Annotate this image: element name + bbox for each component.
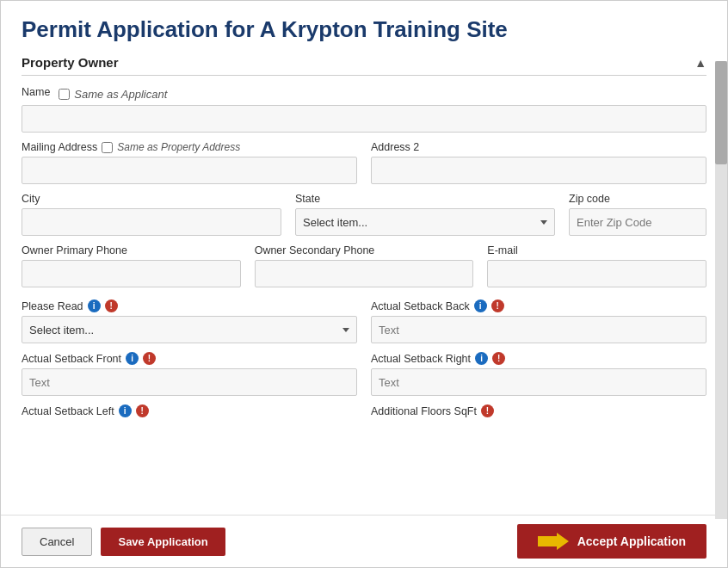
save-application-button[interactable]: Save Application xyxy=(101,528,225,556)
state-label: State xyxy=(295,193,555,205)
setback-right-label: Actual Setback Right xyxy=(371,353,471,365)
footer-left-buttons: Cancel Save Application xyxy=(22,528,225,556)
setback-front-group: Actual Setback Front i ! xyxy=(22,352,357,396)
setback-right-input[interactable] xyxy=(371,368,706,396)
setback-left-floors-row: Actual Setback Left i ! Additional Floor… xyxy=(22,404,706,421)
additional-floors-label-row: Additional Floors SqFt ! xyxy=(371,404,706,417)
section-title: Property Owner xyxy=(22,55,119,70)
scrollbar-thumb[interactable] xyxy=(715,61,727,164)
please-read-group: Please Read i ! Select item... xyxy=(22,299,357,343)
setback-left-label-row: Actual Setback Left i ! xyxy=(22,404,357,417)
setback-front-label-row: Actual Setback Front i ! xyxy=(22,352,357,365)
state-select[interactable]: Select item... xyxy=(295,208,555,236)
setback-back-info-icon[interactable]: i xyxy=(474,299,487,312)
section-header: Property Owner ▲ xyxy=(22,55,706,76)
setback-left-group: Actual Setback Left i ! xyxy=(22,404,357,421)
additional-floors-label: Additional Floors SqFt xyxy=(371,405,477,417)
please-read-setback-back-row: Please Read i ! Select item... Actual Se… xyxy=(22,299,706,343)
mailing-address-label: Mailing Address xyxy=(22,141,97,153)
setback-back-label-row: Actual Setback Back i ! xyxy=(371,299,706,312)
zip-input[interactable] xyxy=(569,208,706,236)
setback-right-info-icon[interactable]: i xyxy=(475,352,488,365)
form-body: Name Same as Applicant Mailing Address xyxy=(22,86,706,506)
state-group: State Select item... xyxy=(295,193,555,236)
please-read-label: Please Read xyxy=(22,300,83,312)
arrow-svg xyxy=(538,533,569,550)
same-as-applicant-checkbox[interactable] xyxy=(59,89,70,100)
setback-back-required-icon[interactable]: ! xyxy=(491,299,504,312)
cancel-button[interactable]: Cancel xyxy=(22,528,92,556)
phone-email-row: Owner Primary Phone Owner Secondary Phon… xyxy=(22,244,706,287)
email-label: E-mail xyxy=(487,244,706,256)
name-row: Name Same as Applicant xyxy=(22,86,706,133)
main-content: Permit Application for A Krypton Trainin… xyxy=(1,1,727,515)
setback-right-group: Actual Setback Right i ! xyxy=(371,352,706,396)
page-container: Permit Application for A Krypton Trainin… xyxy=(0,0,728,568)
setback-left-info-icon[interactable]: i xyxy=(119,404,132,417)
additional-floors-required-icon[interactable]: ! xyxy=(481,404,494,417)
same-as-applicant-checkbox-label[interactable]: Same as Applicant xyxy=(59,88,167,101)
setback-front-right-row: Actual Setback Front i ! Actual Setback … xyxy=(22,352,706,396)
address2-input[interactable] xyxy=(371,157,706,184)
setback-right-label-row: Actual Setback Right i ! xyxy=(371,352,706,365)
mailing-address-input[interactable] xyxy=(22,157,357,184)
accept-application-button[interactable]: Accept Application xyxy=(517,524,706,559)
same-as-property-address-label[interactable]: Same as Property Address xyxy=(102,141,240,153)
same-as-property-address-text: Same as Property Address xyxy=(117,141,240,153)
scrollbar[interactable] xyxy=(715,61,727,519)
mailing-address-label-row: Mailing Address Same as Property Address xyxy=(22,141,357,153)
secondary-phone-label: Owner Secondary Phone xyxy=(255,244,474,256)
name-label-row: Name Same as Applicant xyxy=(22,86,706,102)
setback-front-input[interactable] xyxy=(22,368,357,396)
mailing-address-group: Mailing Address Same as Property Address xyxy=(22,141,357,184)
setback-front-label: Actual Setback Front xyxy=(22,353,121,365)
additional-floors-group: Additional Floors SqFt ! xyxy=(371,404,706,421)
setback-left-required-icon[interactable]: ! xyxy=(136,404,149,417)
same-as-applicant-label: Same as Applicant xyxy=(74,88,167,101)
svg-marker-0 xyxy=(538,533,569,550)
secondary-phone-input[interactable] xyxy=(255,260,474,287)
primary-phone-input[interactable] xyxy=(22,260,241,287)
setback-front-info-icon[interactable]: i xyxy=(126,352,139,365)
city-state-zip-row: City State Select item... Zip code xyxy=(22,193,706,236)
same-as-property-address-checkbox[interactable] xyxy=(102,142,113,153)
footer: Cancel Save Application Accept Applicati… xyxy=(1,515,727,567)
name-label: Name xyxy=(22,86,50,98)
accept-application-label: Accept Application xyxy=(577,534,686,548)
please-read-required-icon[interactable]: ! xyxy=(105,299,118,312)
setback-right-required-icon[interactable]: ! xyxy=(492,352,505,365)
address2-label: Address 2 xyxy=(371,141,419,153)
zip-group: Zip code xyxy=(569,193,706,236)
city-label: City xyxy=(22,193,281,205)
email-input[interactable] xyxy=(487,260,706,287)
setback-left-label: Actual Setback Left xyxy=(22,405,114,417)
address2-group: Address 2 xyxy=(371,141,706,184)
name-input[interactable] xyxy=(22,105,706,133)
zip-label: Zip code xyxy=(569,193,706,205)
collapse-arrow-icon[interactable]: ▲ xyxy=(694,56,706,70)
email-group: E-mail xyxy=(487,244,706,287)
page-title: Permit Application for A Krypton Trainin… xyxy=(22,16,706,43)
primary-phone-group: Owner Primary Phone xyxy=(22,244,241,287)
secondary-phone-group: Owner Secondary Phone xyxy=(255,244,474,287)
setback-front-required-icon[interactable]: ! xyxy=(143,352,156,365)
arrow-right-icon xyxy=(538,533,569,550)
primary-phone-label: Owner Primary Phone xyxy=(22,244,241,256)
setback-back-group: Actual Setback Back i ! xyxy=(371,299,706,343)
please-read-select[interactable]: Select item... xyxy=(22,316,357,343)
city-group: City xyxy=(22,193,281,236)
setback-back-label: Actual Setback Back xyxy=(371,300,470,312)
city-input[interactable] xyxy=(22,208,281,236)
please-read-label-row: Please Read i ! xyxy=(22,299,357,312)
setback-back-input[interactable] xyxy=(371,316,706,343)
please-read-info-icon[interactable]: i xyxy=(88,299,101,312)
address-row: Mailing Address Same as Property Address… xyxy=(22,141,706,184)
